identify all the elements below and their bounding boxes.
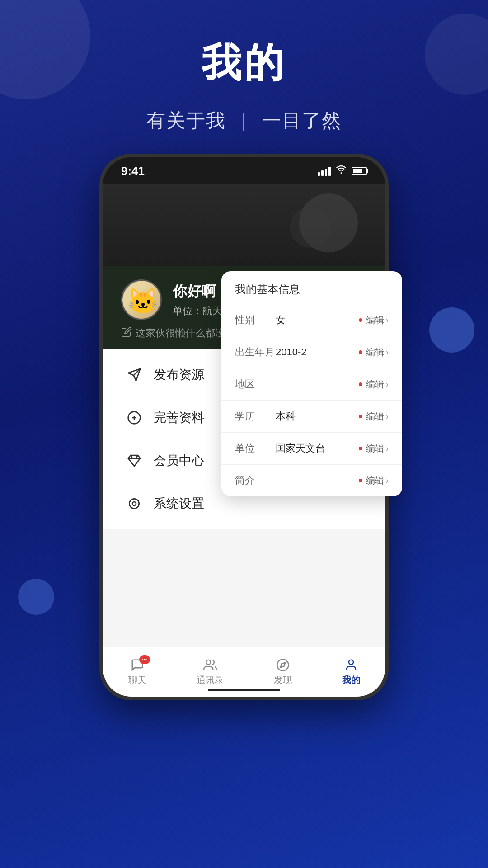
info-row-bio[interactable]: 简介 编辑 › xyxy=(221,465,402,496)
info-card: 我的基本信息 性别 女 编辑 › 出生年月 2010-2 编辑 › 地区 xyxy=(221,271,402,496)
info-label-bio: 简介 xyxy=(235,474,276,487)
send-icon xyxy=(126,366,143,383)
status-time: 9:41 xyxy=(121,164,145,178)
home-indicator xyxy=(208,689,280,691)
info-row-education[interactable]: 学历 本科 编辑 › xyxy=(221,401,402,433)
info-row-gender[interactable]: 性别 女 编辑 › xyxy=(221,304,402,336)
bio-text: 这家伙很懒什么都没写 xyxy=(136,326,235,340)
header-circle-2 xyxy=(290,207,331,248)
svg-point-6 xyxy=(129,499,139,508)
nav-item-mine[interactable]: 我的 xyxy=(342,658,360,686)
avatar-image xyxy=(122,281,162,320)
chevron-region: › xyxy=(386,380,389,389)
settings-icon xyxy=(126,495,143,512)
nav-item-discover[interactable]: 发现 xyxy=(274,658,292,686)
edit-circle-icon xyxy=(126,409,143,426)
menu-label-profile: 完善资料 xyxy=(154,409,204,426)
info-value-gender: 女 xyxy=(276,313,359,327)
info-edit-gender[interactable]: 编辑 › xyxy=(359,314,389,326)
phone-mockup: 9:41 xyxy=(99,154,389,700)
contacts-icon-wrapper xyxy=(201,658,219,672)
wifi-icon xyxy=(335,165,347,177)
nav-label-mine: 我的 xyxy=(342,674,360,686)
chevron-unit: › xyxy=(386,444,389,453)
nav-label-chat: 聊天 xyxy=(128,674,146,686)
info-edit-unit[interactable]: 编辑 › xyxy=(359,443,389,455)
edit-label-region: 编辑 xyxy=(366,378,384,391)
bg-decoration-circle-mid xyxy=(429,307,474,353)
edit-label-gender: 编辑 xyxy=(366,314,384,326)
status-bar: 9:41 xyxy=(103,157,385,184)
info-row-birthday[interactable]: 出生年月 2010-2 编辑 › xyxy=(221,336,402,368)
nav-label-discover: 发现 xyxy=(274,674,292,686)
svg-point-7 xyxy=(206,660,211,665)
dot-red-unit xyxy=(359,447,362,450)
mine-icon-wrapper xyxy=(342,658,360,672)
chat-icon-wrapper: ··· xyxy=(128,658,146,672)
info-value-education: 本科 xyxy=(276,410,359,423)
discover-icon xyxy=(276,658,290,672)
avatar xyxy=(121,279,162,320)
info-edit-education[interactable]: 编辑 › xyxy=(359,410,389,423)
info-edit-birthday[interactable]: 编辑 › xyxy=(359,346,389,359)
svg-point-5 xyxy=(132,502,136,505)
info-label-gender: 性别 xyxy=(235,313,276,327)
info-label-unit: 单位 xyxy=(235,442,276,455)
info-edit-bio[interactable]: 编辑 › xyxy=(359,475,389,487)
chevron-education: › xyxy=(386,412,389,421)
battery-icon xyxy=(352,167,367,175)
chat-badge: ··· xyxy=(139,655,150,664)
chevron-bio: › xyxy=(386,476,389,486)
svg-point-8 xyxy=(277,660,288,671)
info-edit-region[interactable]: 编辑 › xyxy=(359,378,389,391)
edit-label-education: 编辑 xyxy=(366,410,384,423)
info-row-unit[interactable]: 单位 国家天文台 编辑 › xyxy=(221,433,402,465)
info-label-region: 地区 xyxy=(235,377,276,391)
info-card-title: 我的基本信息 xyxy=(221,271,402,304)
subtitle-left: 有关于我 xyxy=(146,110,226,131)
subtitle-right: 一目了然 xyxy=(262,110,342,131)
menu-label-membership: 会员中心 xyxy=(154,452,204,469)
diamond-icon xyxy=(126,452,143,469)
chevron-gender: › xyxy=(386,316,389,325)
bg-decoration-circle-bottom xyxy=(18,579,54,615)
menu-label-settings: 系统设置 xyxy=(154,495,204,512)
info-value-unit: 国家天文台 xyxy=(276,442,359,455)
phone-header xyxy=(103,184,385,266)
dot-red-region xyxy=(359,382,362,386)
nav-label-contacts: 通讯录 xyxy=(197,674,224,686)
info-row-region[interactable]: 地区 编辑 › xyxy=(221,368,402,401)
info-value-birthday: 2010-2 xyxy=(276,346,359,358)
info-label-birthday: 出生年月 xyxy=(235,345,276,359)
info-label-education: 学历 xyxy=(235,410,276,423)
status-icons xyxy=(318,165,367,177)
mine-icon xyxy=(344,658,358,672)
nav-item-contacts[interactable]: 通讯录 xyxy=(197,658,224,686)
dot-red-birthday xyxy=(359,350,362,354)
chevron-birthday: › xyxy=(386,348,389,357)
nav-item-chat[interactable]: ··· 聊天 xyxy=(128,658,146,686)
bio-edit-icon xyxy=(121,326,132,340)
edit-label-bio: 编辑 xyxy=(366,475,384,487)
dot-red-bio xyxy=(359,479,362,482)
edit-label-unit: 编辑 xyxy=(366,443,384,455)
dot-red-education xyxy=(359,415,362,418)
svg-point-10 xyxy=(349,660,353,665)
content-spacer xyxy=(103,529,385,647)
menu-label-publish: 发布资源 xyxy=(154,366,204,383)
svg-marker-9 xyxy=(280,663,285,668)
discover-icon-wrapper xyxy=(274,658,292,672)
subtitle-divider: | xyxy=(241,110,247,132)
edit-label-birthday: 编辑 xyxy=(366,346,384,359)
signal-icon xyxy=(318,166,331,176)
contacts-icon xyxy=(203,658,217,672)
bottom-nav: ··· 聊天 通讯录 xyxy=(103,647,385,697)
page-subtitle: 有关于我 | 一目了然 xyxy=(0,108,488,133)
dot-red-gender xyxy=(359,318,362,322)
